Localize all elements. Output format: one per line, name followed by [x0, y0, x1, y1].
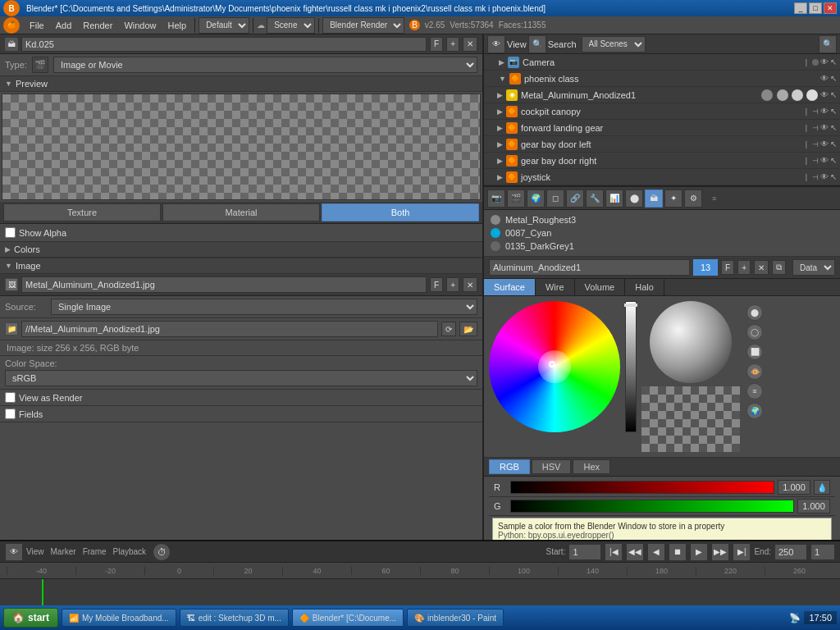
r-value-input[interactable]: 1.000 — [778, 480, 810, 495]
menu-window[interactable]: Window — [119, 19, 161, 32]
color-wheel[interactable] — [489, 301, 620, 432]
image-add-button[interactable]: + — [446, 277, 459, 292]
cursor-icon[interactable]: ↖ — [830, 74, 837, 83]
preview-header[interactable]: ▼ Preview — [0, 76, 482, 92]
color-wheel-container[interactable] — [489, 301, 620, 432]
renderer-select[interactable]: Blender Render — [322, 17, 404, 34]
add-button[interactable]: + — [446, 37, 459, 52]
f-button[interactable]: F — [430, 37, 443, 52]
list-item[interactable]: ▶ 🔶 joystick | ⊣ 👁 ↖ — [484, 169, 840, 185]
material-num-input[interactable]: 13 — [693, 259, 718, 276]
tab-halo[interactable]: Halo — [625, 279, 664, 295]
source-select[interactable]: Single Image — [51, 299, 477, 315]
mode-rgb[interactable]: RGB — [489, 459, 530, 474]
list-item[interactable]: Metal_Roughest3 — [487, 213, 837, 226]
modifiers-btn[interactable]: 🔧 — [586, 189, 604, 208]
list-item[interactable]: ▶ 🔶 cockpit canopy | ⊣ 👁 ↖ — [484, 103, 840, 120]
eye-icon[interactable]: 👁 — [820, 156, 829, 165]
list-item[interactable]: 0087_Cyan — [487, 226, 837, 240]
data-props-btn[interactable]: 📊 — [605, 189, 623, 208]
current-frame-input[interactable]: 1 — [810, 544, 835, 560]
eye-icon[interactable]: 👁 — [820, 123, 829, 132]
material-name-input[interactable]: Aluminum_Anodized1 — [489, 259, 690, 276]
prev-keyframe-btn[interactable]: ◀◀ — [626, 543, 644, 561]
texture-props-btn[interactable]: 🏔 — [645, 189, 663, 208]
show-alpha-checkbox[interactable] — [5, 227, 16, 238]
eye-icon[interactable]: 👁 — [820, 74, 829, 83]
mode-hex[interactable]: Hex — [573, 459, 610, 474]
scene-select[interactable]: Scene — [267, 17, 315, 34]
mat-f-button[interactable]: F — [721, 260, 734, 275]
remove-button[interactable]: ✕ — [463, 37, 477, 52]
data-select[interactable]: Data — [792, 259, 835, 276]
list-item[interactable]: ▶ 🔶 forward landing gear | ⊣ 👁 ↖ — [484, 120, 840, 136]
minimize-button[interactable]: _ — [794, 2, 807, 14]
tab-material[interactable]: Material — [162, 203, 320, 221]
colors-header[interactable]: ▶ Colors — [0, 242, 482, 258]
eye-icon[interactable]: 👁 — [820, 90, 829, 99]
preview-cube-btn[interactable]: ⬜ — [746, 344, 763, 360]
tab-volume[interactable]: Volume — [575, 279, 626, 295]
g-slider[interactable] — [510, 500, 794, 513]
list-item[interactable]: ▶ 🔶 gear bay door right | ⊣ 👁 ↖ — [484, 153, 840, 169]
menu-render[interactable]: Render — [78, 19, 117, 32]
r-slider[interactable] — [510, 481, 774, 494]
cursor-icon[interactable]: ↖ — [830, 57, 837, 66]
physics-props-btn[interactable]: ⚙ — [684, 189, 702, 208]
particle-props-btn[interactable]: ✦ — [664, 189, 682, 208]
render-props-btn[interactable]: 📷 — [487, 189, 505, 208]
cursor-icon[interactable]: ↖ — [830, 107, 837, 116]
taskbar-paint[interactable]: 🎨 inblender30 - Paint — [407, 609, 504, 627]
image-remove-button[interactable]: ✕ — [463, 277, 477, 292]
list-item[interactable]: ▶ 📷 Camera | 👁 ↖ — [484, 54, 840, 71]
eye-icon[interactable]: 👁 — [820, 107, 829, 116]
file-path-input[interactable]: //Metal_Aluminum_Anodized1.jpg — [21, 321, 438, 337]
tab-both[interactable]: Both — [322, 203, 479, 221]
all-scenes-select[interactable]: All Scenes — [582, 36, 646, 52]
cursor-icon[interactable]: ↖ — [830, 90, 837, 99]
menu-file[interactable]: File — [25, 19, 49, 32]
preview-world-btn[interactable]: 🌍 — [746, 403, 763, 419]
start-frame-input[interactable]: 1 — [568, 544, 601, 560]
view-icon-btn[interactable]: 👁 — [487, 35, 505, 53]
constraints-btn[interactable]: 🔗 — [566, 189, 584, 208]
list-item[interactable]: ▶ 🔶 gear bay door left | ⊣ 👁 ↖ — [484, 136, 840, 153]
reverse-play-btn[interactable]: ◀ — [647, 543, 665, 561]
tab-surface[interactable]: Surface — [484, 279, 536, 295]
list-item[interactable]: ▼ 🔶 phoenix class 👁 ↖ — [484, 71, 840, 87]
type-select[interactable]: Image or Movie — [53, 57, 477, 73]
mode-hsv[interactable]: HSV — [532, 459, 572, 474]
image-f-button[interactable]: F — [430, 277, 443, 292]
path-browse-button[interactable]: 📂 — [459, 322, 477, 336]
tab-texture[interactable]: Texture — [3, 203, 161, 221]
next-keyframe-btn[interactable]: ▶▶ — [711, 543, 729, 561]
colorspace-select[interactable]: sRGB — [5, 370, 477, 386]
eye-icon[interactable]: 👁 — [820, 172, 829, 181]
menu-add[interactable]: Add — [51, 19, 77, 32]
object-props-btn[interactable]: ◻ — [546, 189, 564, 208]
material-props-btn[interactable]: ⬤ — [625, 189, 643, 208]
list-item[interactable]: ▶ ◉ Metal_Aluminum_Anodized1 👁 ↖ — [484, 87, 840, 103]
preview-hair-btn[interactable]: ≡ — [746, 383, 763, 399]
scene-props-btn[interactable]: 🎬 — [507, 189, 525, 208]
cursor-icon[interactable]: ↖ — [830, 156, 837, 165]
end-frame-input[interactable]: 250 — [774, 544, 807, 560]
brightness-slider[interactable] — [625, 301, 637, 432]
mat-remove-button[interactable]: ✕ — [754, 260, 769, 275]
image-file-input[interactable]: Metal_Aluminum_Anodized1.jpg — [21, 276, 427, 293]
taskbar-blender[interactable]: 🔶 Blender* [C:\Docume... — [292, 609, 404, 627]
search-icon-btn[interactable]: 🔍 — [528, 35, 546, 53]
next-frame-btn[interactable]: ▶| — [733, 543, 751, 561]
maximize-button[interactable]: □ — [809, 2, 822, 14]
prev-frame-btn[interactable]: |◀ — [605, 543, 623, 561]
outliner-search-btn[interactable]: 🔍 — [819, 35, 837, 53]
stop-btn[interactable]: ⏹ — [669, 543, 687, 561]
preview-sphere-btn[interactable]: ◯ — [746, 324, 763, 340]
g-value-input[interactable]: 1.000 — [797, 499, 830, 514]
start-button[interactable]: 🏠 start — [3, 608, 58, 628]
eye-icon[interactable]: 👁 — [820, 139, 829, 148]
menu-help[interactable]: Help — [163, 19, 192, 32]
list-item[interactable]: 0135_DarkGrey1 — [487, 240, 837, 253]
preview-flat-btn[interactable]: ⬤ — [746, 304, 763, 321]
fields-checkbox[interactable] — [5, 409, 16, 419]
